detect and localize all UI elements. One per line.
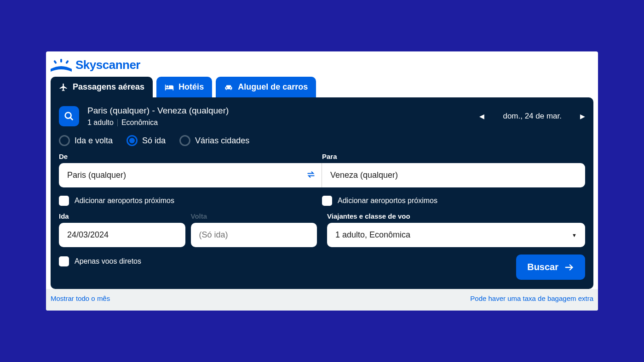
airplane-icon [59,83,68,92]
return-label: Volta [191,212,317,220]
radio-oneway[interactable]: Só ida [126,135,166,146]
dates-travelers-row: Ida Volta Viajantes e classe de voo 1 ad… [59,212,585,247]
tab-hotels[interactable]: Hotéis [156,77,212,97]
search-chip[interactable] [59,106,79,126]
travelers-label: Viajantes e classe de voo [327,212,585,220]
bottom-row: Apenas voos diretos Buscar [59,255,585,280]
car-icon [224,83,233,92]
travelers-group: Viajantes e classe de voo 1 adulto, Econ… [327,212,585,247]
depart-col: Ida [59,212,185,247]
tab-cars-label: Aluguel de carros [238,82,308,92]
to-label: Para [322,153,585,160]
prev-date-button[interactable]: ◀ [479,113,484,120]
summary-pax: 1 adulto [87,119,114,127]
swap-icon [306,170,316,179]
tab-flights-label: Passagens aéreas [73,82,144,92]
travelers-select[interactable]: 1 adulto, Econômica ▼ [327,223,585,247]
search-button-label: Buscar [527,262,558,272]
radio-oneway-label: Só ida [142,136,166,146]
footer: Mostrar todo o mês Pode haver uma taxa d… [46,289,598,311]
arrow-right-icon [564,262,574,272]
baggage-fee-link[interactable]: Pode haver uma taxa de bagagem extra [470,294,593,302]
tab-hotels-label: Hotéis [178,82,204,92]
return-col: Volta [191,212,317,247]
separator [117,119,118,126]
direct-only-checkbox[interactable] [59,256,69,266]
radio-circle-icon [126,135,138,146]
from-input[interactable] [59,163,322,187]
header: Skyscanner [46,51,598,77]
return-input[interactable] [191,223,317,247]
trip-type-group: Ida e volta Só ida Várias cidades [59,135,585,146]
radio-circle-icon [179,135,190,146]
dates-group: Ida Volta [59,212,317,247]
brand-name: Skyscanner [75,58,140,72]
summary-cabin: Econômica [121,119,158,127]
from-label: De [59,153,322,160]
radio-multicity-label: Várias cidades [195,136,249,146]
date-nav: ◀ dom., 24 de mar. ▶ [479,112,585,121]
summary-sub: 1 adulto Econômica [87,119,229,127]
svg-rect-1 [53,60,57,64]
direct-only-row: Apenas voos diretos [59,256,141,266]
summary-route: Paris (qualquer) - Veneza (qualquer) [87,106,229,116]
depart-label: Ida [59,212,185,220]
depart-input[interactable] [59,223,185,247]
show-month-link[interactable]: Mostrar todo o mês [51,294,110,302]
to-input[interactable] [322,163,585,187]
bed-icon [165,83,174,92]
from-input-wrap [59,163,322,187]
tab-cars[interactable]: Aluguel de carros [216,77,316,97]
nearby-from-row: Adicionar aeroportos próximos [59,196,322,206]
nearby-to-label: Adicionar aeroportos próximos [338,197,437,205]
to-input-wrap [322,163,585,187]
tab-flights[interactable]: Passagens aéreas [51,77,153,97]
radio-circle-icon [59,135,70,146]
next-date-button[interactable]: ▶ [580,113,585,120]
brand-logo[interactable]: Skyscanner [51,58,593,72]
from-group: De Adicionar aeroportos próximos [59,153,322,206]
product-tabs: Passagens aéreas Hotéis Aluguel de carro… [46,77,598,97]
nearby-to-row: Adicionar aeroportos próximos [322,196,585,206]
svg-rect-0 [60,59,62,62]
radio-multicity[interactable]: Várias cidades [179,135,249,146]
locations-row: De Adicionar aeroportos próximos Para [59,153,585,206]
summary-left: Paris (qualquer) - Veneza (qualquer) 1 a… [59,106,229,127]
direct-only-label: Apenas voos diretos [75,257,141,266]
radio-roundtrip-label: Ida e volta [75,136,113,146]
travelers-value: 1 adulto, Econômica [335,230,410,240]
current-date-label: dom., 24 de mar. [503,112,562,121]
to-group: Para Adicionar aeroportos próximos [322,153,585,206]
svg-rect-2 [65,60,69,64]
skyscanner-icon [51,59,72,72]
search-button[interactable]: Buscar [516,255,585,280]
dates-wrap: Ida Volta [59,212,317,247]
nearby-from-checkbox[interactable] [59,196,69,206]
app-window: Skyscanner Passagens aéreas Hotéis Alugu… [46,51,598,311]
summary-text: Paris (qualquer) - Veneza (qualquer) 1 a… [87,106,229,127]
radio-roundtrip[interactable]: Ida e volta [59,135,113,146]
svg-point-3 [65,113,71,119]
search-icon [64,111,74,121]
nearby-from-label: Adicionar aeroportos próximos [75,197,174,205]
chevron-down-icon: ▼ [572,232,577,238]
swap-button[interactable] [306,170,316,181]
search-panel: Paris (qualquer) - Veneza (qualquer) 1 a… [51,97,593,289]
svg-line-4 [70,118,73,120]
nearby-to-checkbox[interactable] [322,196,332,206]
summary-row: Paris (qualquer) - Veneza (qualquer) 1 a… [59,106,585,127]
